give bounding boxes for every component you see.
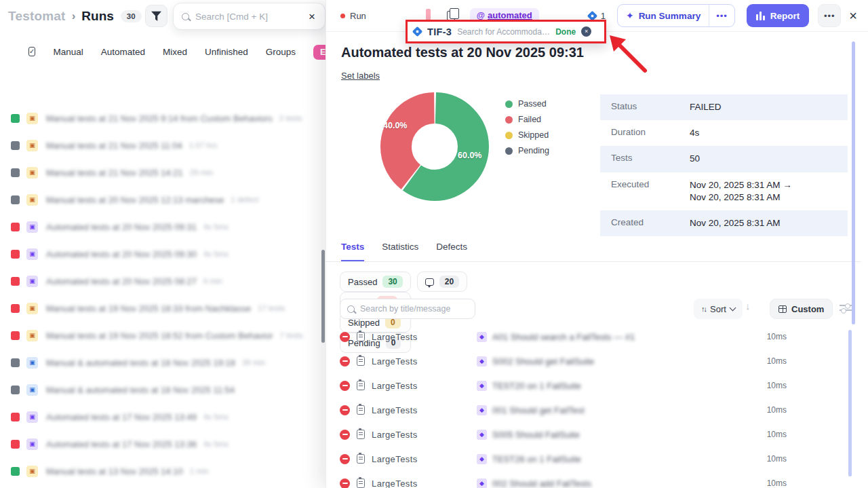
jira-issue-remove-icon[interactable]: × — [581, 26, 591, 37]
run-meta: 1 defect — [231, 195, 258, 204]
test-row[interactable]: LargeTests ◆ S005 Should FailSuite 10ms — [326, 422, 860, 447]
legend-item: Pending — [505, 146, 549, 155]
test-search-input[interactable]: Search by title/message — [340, 299, 475, 319]
run-title: Automated tests at 20 Nov 2025 09:30 — [46, 249, 197, 259]
runs-filter-tab[interactable]: Automated — [101, 47, 145, 57]
run-summary-button[interactable]: ✦ Run Summary — [618, 5, 709, 26]
run-list-item[interactable]: ▣ Automated tests at 20 Nov 2025 08:27 6… — [0, 267, 326, 295]
suite-name[interactable]: LargeTests — [372, 430, 439, 440]
checklist-icon[interactable]: ✓ — [28, 47, 35, 56]
test-tag-icon: ◆ — [477, 478, 487, 488]
panel-more-button[interactable]: ••• — [818, 4, 841, 27]
run-list-item[interactable]: ▣ Automated tests at 17 Nov 2025 13:49 4… — [0, 403, 326, 430]
test-row[interactable]: LargeTests ◆ A01 Should search a FailTes… — [326, 324, 860, 349]
runs-filter-tab[interactable]: Unfinished — [205, 47, 248, 57]
panel-scrollbar-thumb[interactable] — [852, 41, 855, 324]
run-status-icon — [11, 331, 20, 340]
run-list-item[interactable]: ▣ Manual tests at 13 Nov 2025 14:10 1 mi… — [0, 457, 326, 485]
filter-button[interactable] — [145, 5, 167, 27]
runs-filter-tab[interactable]: Manual — [53, 47, 83, 57]
failed-test-icon — [340, 356, 350, 367]
run-source-icon: ▣ — [26, 466, 38, 477]
run-list-item[interactable]: ▣ Manual & automated tests at 18 Nov 202… — [0, 349, 326, 376]
test-name[interactable]: A01 Should search a FailTests — #1 — [492, 332, 635, 342]
run-title: Manual tests at 19 Nov 2025 18:52 from C… — [46, 331, 273, 341]
run-meta: 4s 5ms — [203, 223, 229, 231]
info-value-line2: Nov 20, 2025 8:31 AM — [690, 192, 781, 202]
panel-close-icon[interactable]: × — [849, 9, 857, 22]
filter-settings-button[interactable] — [840, 301, 852, 315]
suite-name[interactable]: LargeTests — [372, 381, 439, 391]
test-tag-icon: ◆ — [477, 430, 487, 440]
breadcrumb-page[interactable]: Runs — [81, 9, 114, 24]
test-name[interactable]: 001 Should get FailTest — [492, 405, 585, 415]
chevron-down-icon — [729, 305, 736, 312]
run-list-item[interactable]: ▣ Automated tests at 20 Nov 2025 09:30 4… — [0, 240, 326, 267]
left-scrollbar-thumb[interactable] — [321, 250, 325, 343]
custom-columns-button[interactable]: Custom — [770, 299, 833, 319]
runs-filter-tab[interactable]: Groups — [266, 47, 296, 57]
test-name[interactable]: TEST20 on 1 FailSuite — [492, 381, 581, 391]
detail-tab[interactable]: Tests — [341, 242, 364, 261]
run-status-icon — [11, 304, 20, 313]
suite-name[interactable]: LargeTests — [372, 478, 439, 488]
set-labels-link[interactable]: Set labels — [341, 71, 380, 81]
run-meta: 17 tests — [258, 304, 285, 312]
bar-chart-icon — [756, 12, 765, 20]
info-label: Status — [611, 101, 690, 111]
jira-issue-key[interactable]: TIF-3 — [427, 26, 452, 37]
run-meta: 7 tests — [280, 331, 303, 339]
suite-name[interactable]: LargeTests — [372, 356, 439, 367]
test-row[interactable]: LargeTests ◆ 002 Should add FailTests 10… — [326, 471, 860, 488]
report-button[interactable]: Report — [747, 4, 810, 27]
sort-direction-button[interactable]: ↓ — [745, 300, 751, 312]
copy-icon[interactable] — [447, 11, 455, 20]
test-row[interactable]: LargeTests ◆ TEST20 on 1 FailSuite 10ms — [326, 373, 860, 398]
failed-percent-label: 40.0% — [383, 121, 407, 130]
test-name[interactable]: S005 Should FailSuite — [492, 430, 580, 440]
breadcrumb-app[interactable]: Testomat — [8, 9, 66, 24]
run-info-table: Status FAILED Duration 4s Tests 50 Execu… — [600, 94, 848, 236]
run-title: Manual & automated tests at 18 Nov 2025 … — [46, 385, 235, 395]
run-list-item[interactable]: ▣ Manual & automated tests at 18 Nov 202… — [0, 376, 326, 403]
detail-tab[interactable]: Statistics — [382, 242, 418, 261]
run-list-item[interactable]: ▣ Manual tests at 21 Nov 2025 14:21 29 m… — [0, 159, 326, 186]
status-chip[interactable]: Passed 30 — [340, 271, 411, 292]
run-list-item[interactable]: ▣ Automated tests at 17 Nov 2025 13:36 4… — [0, 430, 326, 457]
run-list-item[interactable]: ▣ Manual tests at 21 Nov 2025 11:04 1.07… — [0, 132, 326, 159]
test-row[interactable]: LargeTests ◆ S002 Should get FailSuite 1… — [326, 349, 860, 373]
run-source-icon: ▣ — [26, 438, 38, 450]
search-icon — [182, 13, 189, 20]
run-source-icon: ▣ — [26, 303, 38, 314]
jira-issue-popup[interactable]: TIF-3 Search for Accommodat... Done × — [406, 20, 606, 43]
run-source-icon: ▣ — [26, 221, 38, 233]
test-name[interactable]: S002 Should get FailSuite — [492, 356, 594, 367]
clipboard-icon — [357, 454, 365, 464]
run-status-icon — [11, 250, 20, 259]
chip-count-badge: 30 — [382, 276, 402, 288]
run-title-heading: Automated tests at 20 Nov 2025 09:31 — [341, 45, 584, 60]
suite-name[interactable]: LargeTests — [372, 332, 439, 342]
test-name[interactable]: 002 Should add FailTests — [492, 478, 591, 488]
test-list-scrollbar-thumb[interactable] — [848, 330, 852, 476]
run-list-item[interactable]: ▣ Manual tests at 21 Nov 2025 9:14 from … — [0, 105, 326, 132]
global-search[interactable]: Search [Cmd + K] × — [173, 3, 326, 30]
test-duration: 10ms — [767, 478, 787, 488]
runs-filter-tab[interactable]: Mixed — [163, 47, 187, 57]
suite-name[interactable]: LargeTests — [372, 454, 439, 464]
test-row[interactable]: LargeTests ◆ TEST26 on 1 FailSuite 10ms — [326, 447, 860, 471]
comments-chip[interactable]: 20 — [417, 271, 467, 292]
run-list-item[interactable]: ▣ Manual tests at 20 Nov 2025 12:13 marc… — [0, 186, 326, 213]
run-list-item[interactable]: ▣ Manual tests at 19 Nov 2025 18:33 from… — [0, 295, 326, 322]
detail-tab[interactable]: Defects — [436, 242, 467, 261]
runs-tab-list: ManualAutomatedMixedUnfinishedGroupsEsti… — [35, 45, 350, 58]
run-source-icon: ▣ — [26, 140, 38, 151]
search-close-icon[interactable]: × — [309, 11, 317, 22]
test-name[interactable]: TEST26 on 1 FailSuite — [492, 454, 581, 464]
run-list-item[interactable]: ▣ Automated tests at 20 Nov 2025 09:31 4… — [0, 213, 326, 240]
test-row[interactable]: LargeTests ◆ 001 Should get FailTest 10m… — [326, 398, 860, 422]
run-summary-more-button[interactable]: ••• — [709, 5, 734, 26]
sort-button[interactable]: ↑↓ Sort — [694, 299, 743, 319]
suite-name[interactable]: LargeTests — [372, 405, 439, 415]
run-list-item[interactable]: ▣ Manual tests at 19 Nov 2025 18:52 from… — [0, 322, 326, 349]
